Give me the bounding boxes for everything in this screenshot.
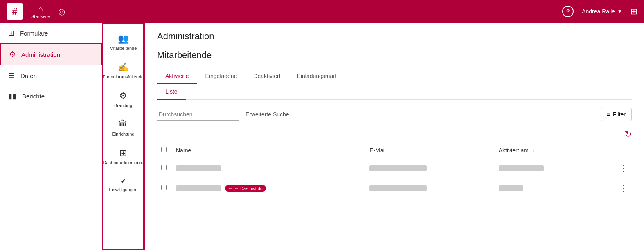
form-fill-icon: ✍ [118, 62, 129, 73]
tab-eingeladene[interactable]: Eingeladene [197, 69, 245, 84]
filter-button[interactable]: ≡ Filter [601, 108, 632, 121]
section-title: Mitarbeitende [157, 50, 632, 60]
row-checkbox-cell [157, 178, 172, 198]
sidebar-item-formulare[interactable]: ⊞ Formulare [0, 23, 102, 43]
home-icon: ⌂ [38, 4, 43, 13]
das-bist-du-badge: ← ← Das bist du [225, 185, 266, 192]
sidebar-label-daten: Daten [20, 72, 37, 79]
sec-nav-label-einrichtung: Einrichtung [112, 132, 134, 136]
row-name-blurred [176, 185, 221, 191]
row-name-cell [172, 158, 365, 178]
einrichtung-icon: 🏛 [119, 119, 128, 130]
col-header-name: Name [172, 143, 365, 158]
row-actions-cell[interactable]: ⋮ [599, 158, 632, 178]
row-email-blurred [369, 165, 427, 171]
logo: # [7, 3, 23, 20]
berichte-icon: ▮▮ [8, 92, 16, 100]
table-row: ⋮ [157, 158, 632, 178]
top-navigation: # ⌂ Startseite ◎ ? Andrea Raile ▼ ⊞ [0, 0, 644, 23]
row-checkbox[interactable] [161, 165, 167, 170]
das-bist-du-label: ← Das bist du [234, 186, 263, 191]
sidebar-item-daten[interactable]: ☰ Daten [0, 65, 102, 86]
tabs-row-1: Aktivierte Eingeladene Deaktiviert Einla… [157, 69, 632, 84]
erweiterte-suche-link[interactable]: Erweiterte Suche [245, 111, 289, 118]
row-checkbox-cell [157, 158, 172, 178]
filter-label: Filter [613, 111, 626, 118]
sec-nav-branding[interactable]: ⚙ Branding [103, 85, 143, 114]
select-all-checkbox[interactable] [161, 147, 167, 152]
tab-deaktiviert[interactable]: Deaktiviert [245, 69, 288, 84]
filter-icon: ≡ [607, 111, 610, 118]
sec-nav-label-dashboardelemente: Dashboardelemente [103, 160, 143, 165]
main-content: Administration Mitarbeitende Aktivierte … [145, 23, 644, 250]
tab-aktivierte[interactable]: Aktivierte [157, 69, 197, 84]
dashboard-icon: ⊞ [119, 148, 127, 158]
sec-nav-formularausfuellende[interactable]: ✍ Formularausfüllende [103, 56, 143, 85]
refresh-row: ↻ [157, 129, 632, 140]
data-table: Name E-Mail Aktiviert am ↑ [157, 143, 632, 198]
col-header-email: E-Mail [365, 143, 495, 158]
page-title: Administration [157, 31, 632, 42]
row-date-blurred [499, 185, 523, 191]
search-input[interactable] [157, 109, 239, 121]
sec-nav-label-formularausfuellende: Formularausfüllende [103, 74, 144, 79]
gear-icon: ⚙ [9, 50, 16, 59]
refresh-icon[interactable]: ↻ [624, 129, 632, 140]
sidebar-item-administration[interactable]: ⚙ Administration [0, 43, 102, 65]
row-email-cell [365, 178, 495, 198]
chevron-down-icon: ▼ [617, 9, 622, 14]
daten-icon: ☰ [8, 71, 15, 80]
settings-icon[interactable]: ◎ [58, 7, 65, 16]
home-link[interactable]: ⌂ Startseite [31, 4, 50, 19]
col-header-aktiviert-am[interactable]: Aktiviert am ↑ [495, 143, 599, 158]
sort-arrow: ↑ [532, 148, 534, 154]
tab-liste[interactable]: Liste [157, 84, 186, 100]
tabs-row-2: Liste [157, 84, 632, 100]
sec-nav-einrichtung[interactable]: 🏛 Einrichtung [103, 114, 143, 142]
sec-nav-label-einwilligungen: Einwilligungen [109, 187, 137, 192]
sec-nav-mitarbeitende[interactable]: 👥 Mitarbeitende [103, 28, 143, 56]
user-name: Andrea Raile [582, 8, 615, 15]
arrow-icon: ← [228, 186, 233, 191]
row-name-blurred [176, 165, 221, 171]
secondary-navigation: 👥 Mitarbeitende ✍ Formularausfüllende ⚙ … [103, 24, 144, 249]
tab-einladungsmail[interactable]: Einladungsmail [289, 69, 344, 84]
select-all-header [157, 143, 172, 158]
sidebar-label-formulare: Formulare [20, 30, 48, 37]
row-date-cell [495, 178, 599, 198]
row-checkbox[interactable] [161, 185, 167, 190]
people-icon: 👥 [118, 33, 129, 44]
row-name-cell: ← ← Das bist du [172, 178, 365, 198]
row-date-cell [495, 158, 599, 178]
sec-nav-einwilligungen[interactable]: ✔ Einwilligungen [103, 171, 143, 198]
secondary-nav-wrapper: 👥 Mitarbeitende ✍ Formularausfüllende ⚙ … [102, 23, 145, 250]
home-label: Startseite [31, 14, 50, 19]
user-menu[interactable]: Andrea Raile ▼ [582, 8, 622, 15]
help-icon[interactable]: ? [562, 6, 574, 17]
sec-nav-label-branding: Branding [114, 103, 132, 108]
col-header-actions [599, 143, 632, 158]
sidebar-label-berichte: Berichte [22, 93, 45, 100]
search-bar: Erweiterte Suche ≡ Filter [157, 108, 632, 121]
row-email-cell [365, 158, 495, 178]
row-email-blurred [369, 185, 427, 191]
row-actions-cell[interactable]: ⋮ [599, 178, 632, 198]
grid-icon[interactable]: ⊞ [630, 7, 637, 16]
table-row: ← ← Das bist du ⋮ [157, 178, 632, 198]
sidebar-label-administration: Administration [21, 51, 60, 58]
sec-nav-dashboardelemente[interactable]: ⊞ Dashboardelemente [103, 142, 143, 171]
branding-icon: ⚙ [119, 91, 127, 101]
einwilligungen-icon: ✔ [120, 176, 126, 185]
sidebar: ⊞ Formulare ⚙ Administration ☰ Daten ▮▮ … [0, 23, 102, 250]
row-date-blurred [499, 165, 544, 171]
sidebar-item-berichte[interactable]: ▮▮ Berichte [0, 86, 102, 106]
sec-nav-label-mitarbeitende: Mitarbeitende [110, 46, 137, 51]
formulare-icon: ⊞ [8, 29, 14, 38]
